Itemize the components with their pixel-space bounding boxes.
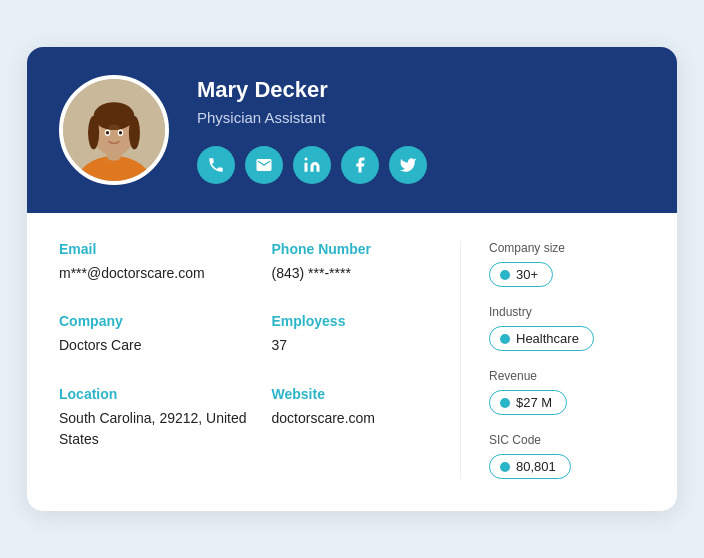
revenue-value: $27 M [516, 395, 552, 410]
facebook-social-button[interactable] [341, 146, 379, 184]
email-section: Email m***@doctorscare.com [59, 241, 248, 285]
info-grid: Email m***@doctorscare.com Phone Number … [59, 241, 460, 479]
company-value: Doctors Care [59, 335, 248, 356]
company-size-item: Company size 30+ [489, 241, 645, 287]
email-social-button[interactable] [245, 146, 283, 184]
svg-point-12 [305, 157, 308, 160]
header-info: Mary Decker Physician Assistant [197, 77, 427, 184]
phone-section: Phone Number (843) ***-**** [272, 241, 461, 285]
svg-point-6 [129, 116, 140, 149]
svg-point-9 [106, 131, 109, 134]
sidebar: Company size 30+ Industry Healthcare Rev… [460, 241, 645, 479]
linkedin-social-button[interactable] [293, 146, 331, 184]
profile-card: Mary Decker Physician Assistant [27, 47, 677, 511]
website-section: Website doctorscare.com [272, 386, 461, 451]
email-value: m***@doctorscare.com [59, 263, 248, 284]
industry-value: Healthcare [516, 331, 579, 346]
location-section: Location South Carolina, 29212, United S… [59, 386, 248, 451]
website-label: Website [272, 386, 461, 402]
phone-label: Phone Number [272, 241, 461, 257]
employees-label: Employess [272, 313, 461, 329]
sic-item: SIC Code 80,801 [489, 433, 645, 479]
svg-point-10 [119, 131, 122, 134]
revenue-dot [500, 398, 510, 408]
employees-section: Employess 37 [272, 313, 461, 357]
revenue-item: Revenue $27 M [489, 369, 645, 415]
phone-value: (843) ***-**** [272, 263, 461, 284]
company-size-label: Company size [489, 241, 645, 255]
email-label: Email [59, 241, 248, 257]
company-section: Company Doctors Care [59, 313, 248, 357]
svg-point-5 [88, 116, 99, 149]
company-size-value: 30+ [516, 267, 538, 282]
company-size-pill[interactable]: 30+ [489, 262, 553, 287]
svg-point-11 [108, 124, 119, 130]
twitter-social-button[interactable] [389, 146, 427, 184]
sic-label: SIC Code [489, 433, 645, 447]
sic-dot [500, 462, 510, 472]
sic-pill[interactable]: 80,801 [489, 454, 571, 479]
avatar [59, 75, 169, 185]
website-value: doctorscare.com [272, 408, 461, 429]
social-icons [197, 146, 427, 184]
company-label: Company [59, 313, 248, 329]
revenue-pill[interactable]: $27 M [489, 390, 567, 415]
card-body: Email m***@doctorscare.com Phone Number … [27, 213, 677, 511]
revenue-label: Revenue [489, 369, 645, 383]
industry-label: Industry [489, 305, 645, 319]
profile-title: Physician Assistant [197, 109, 427, 126]
industry-item: Industry Healthcare [489, 305, 645, 351]
location-label: Location [59, 386, 248, 402]
profile-name: Mary Decker [197, 77, 427, 103]
phone-social-button[interactable] [197, 146, 235, 184]
card-header: Mary Decker Physician Assistant [27, 47, 677, 213]
employees-value: 37 [272, 335, 461, 356]
sic-value: 80,801 [516, 459, 556, 474]
industry-pill[interactable]: Healthcare [489, 326, 594, 351]
location-value: South Carolina, 29212, United States [59, 408, 248, 450]
company-size-dot [500, 270, 510, 280]
industry-dot [500, 334, 510, 344]
